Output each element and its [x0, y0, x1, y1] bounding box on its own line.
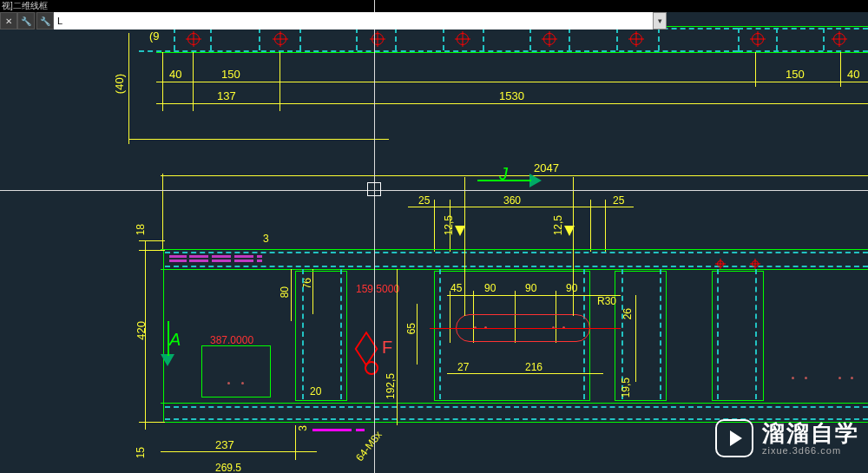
dashed-line [529, 28, 531, 50]
dashed-line [210, 28, 212, 50]
dashed-line [616, 28, 618, 50]
dim-ext [139, 422, 165, 423]
dim-label: 40 [847, 68, 859, 81]
view-title-bar: 视]二维线框 [0, 0, 868, 12]
dim-label: 45 [450, 282, 462, 294]
dim-ext [590, 200, 591, 252]
command-dropdown[interactable]: ▾ [653, 12, 667, 30]
edge-line [161, 403, 868, 404]
dim-line [156, 82, 868, 82]
dim-label: 20 [310, 385, 321, 397]
hole-dot [227, 382, 230, 384]
edge-line [163, 249, 164, 423]
dim-label: 12,5 [443, 215, 455, 235]
note-label: 64-M8x [353, 429, 385, 463]
dim-label: 192,5 [385, 373, 397, 399]
dim-label: 12,5 [552, 215, 564, 235]
dashed-line [165, 406, 868, 408]
hole-dot [805, 377, 807, 379]
hole-mark-icon [833, 33, 845, 45]
dim-label: 90 [566, 282, 577, 294]
dashed-line [569, 28, 570, 50]
dashed-line [356, 28, 358, 50]
tool-button-2[interactable]: 🔧 [36, 12, 54, 30]
dashed-line [174, 28, 175, 50]
dim-label: 150 [786, 68, 805, 81]
dashed-line [660, 269, 661, 399]
dim-ext [573, 177, 574, 316]
dim-line [156, 103, 868, 104]
hole-dot [241, 382, 244, 384]
hole-mark-icon [187, 33, 200, 45]
dashed-line [483, 28, 484, 50]
section-line [477, 180, 531, 181]
dim-line [397, 269, 398, 425]
dim-label: (9 [149, 30, 160, 43]
dim-label: 3 [263, 233, 269, 245]
dim-ext [840, 52, 841, 87]
dim-line [408, 207, 634, 207]
dim-ext [139, 240, 165, 241]
tool-button-1[interactable]: 🔧 [17, 12, 35, 30]
crosshair-horizontal [0, 190, 868, 191]
hatch-fill [356, 429, 365, 431]
dim-label: 27 [457, 361, 469, 373]
dim-label: 90 [525, 282, 536, 294]
hatch-fill [257, 253, 262, 262]
command-input[interactable] [54, 12, 653, 30]
dashed-line [439, 269, 441, 399]
hole-mark-icon [717, 260, 724, 267]
close-button[interactable]: ✕ [0, 12, 17, 30]
edge-line [156, 52, 868, 53]
hole-mark-icon [274, 33, 286, 45]
dim-label: R30 [597, 295, 616, 307]
dim-ext [464, 177, 465, 316]
dim-ext [128, 33, 129, 144]
dashed-line [302, 269, 304, 399]
dim-ext [605, 200, 606, 252]
dim-line [161, 175, 868, 176]
dashed-line [299, 28, 301, 50]
play-icon [715, 419, 753, 457]
dashed-line [443, 28, 444, 50]
cad-canvas[interactable]: 视]二维线框 ✕ 🔧 🔧 ▾ [0, 0, 868, 473]
dim-ext [635, 295, 636, 382]
hole-mark-icon [752, 260, 759, 267]
dim-label: 25 [418, 194, 430, 207]
watermark-title: 溜溜自学 [762, 422, 859, 444]
dashed-line [823, 28, 825, 50]
hole-dot [838, 377, 841, 379]
edge-line [161, 249, 868, 250]
section-line [168, 321, 169, 356]
dim-ext [279, 52, 280, 111]
hatch-fill [169, 253, 187, 262]
section-label-a: A [169, 330, 181, 350]
hatch-fill [234, 253, 253, 262]
hole-mark-icon [630, 33, 642, 45]
dim-label: 19,5 [620, 378, 632, 397]
circle-icon [365, 361, 378, 375]
measure-readout: 159.5000 [356, 283, 399, 295]
dashed-line [165, 252, 868, 253]
dim-ext [755, 52, 756, 87]
dim-ext [139, 250, 165, 251]
section-label-f: F [382, 338, 392, 358]
dim-label: (40) [113, 74, 126, 94]
dim-ext [450, 291, 450, 343]
section-arrow-icon [161, 354, 174, 366]
measure-readout: 387.0000 [210, 334, 253, 346]
edge-line [161, 269, 868, 270]
dim-line [291, 269, 292, 321]
dashed-line [755, 269, 757, 399]
dim-label: 216 [525, 361, 542, 373]
dim-label: 18 [135, 224, 147, 235]
dim-label: 269.5 [215, 462, 241, 473]
hole-mark-icon [457, 33, 469, 45]
dim-label: 90 [484, 282, 496, 294]
watermark: 溜溜自学 zixue.3d66.com [715, 419, 859, 457]
watermark-url: zixue.3d66.com [762, 446, 859, 456]
hole-mark-icon [752, 33, 764, 45]
hatch-fill [312, 429, 352, 431]
dim-label: 25 [613, 194, 624, 207]
centerline [430, 328, 621, 329]
